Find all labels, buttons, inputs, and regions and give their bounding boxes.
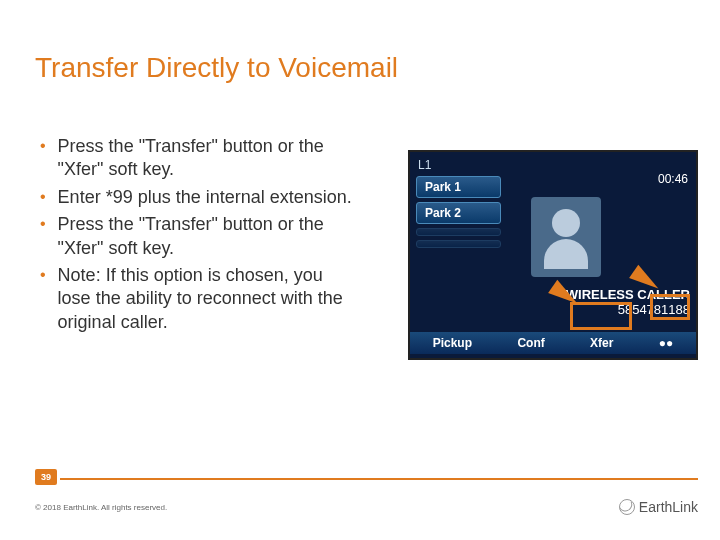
avatar-icon [531, 197, 601, 277]
bullet-list: • Press the "Transfer" button or the "Xf… [40, 135, 360, 338]
park-button-2: Park 2 [416, 202, 501, 224]
softkey-pickup: Pickup [433, 336, 472, 350]
park-button-empty [416, 228, 501, 236]
bullet-icon: • [40, 266, 46, 334]
page-title: Transfer Directly to Voicemail [35, 52, 398, 84]
logo-text: EarthLink [639, 499, 698, 515]
bullet-icon: • [40, 215, 46, 260]
list-item: • Note: If this option is chosen, you lo… [40, 264, 360, 334]
bullet-text: Press the "Transfer" button or the "Xfer… [58, 213, 360, 260]
bullet-text: Enter *99 plus the internal extension. [58, 186, 352, 209]
list-item: • Press the "Transfer" button or the "Xf… [40, 213, 360, 260]
page-number-badge: 39 [35, 469, 57, 485]
phone-screenshot: L1 Park 1 Park 2 00:46 WIRELESS CALLER 5… [408, 150, 698, 360]
park-button-1: Park 1 [416, 176, 501, 198]
phone-line-label: L1 [418, 158, 688, 172]
bullet-icon: • [40, 137, 46, 182]
softkey-more: ●● [659, 336, 674, 350]
copyright-text: © 2018 EarthLink. All rights reserved. [35, 503, 167, 512]
softkey-conf: Conf [517, 336, 544, 350]
bullet-text: Press the "Transfer" button or the "Xfer… [58, 135, 360, 182]
highlight-box [650, 294, 690, 320]
bullet-icon: • [40, 188, 46, 209]
softkey-bar: Pickup Conf Xfer ●● [410, 332, 696, 354]
park-button-empty [416, 240, 501, 248]
earthlink-logo-icon [619, 499, 635, 515]
list-item: • Enter *99 plus the internal extension. [40, 186, 360, 209]
highlight-box [570, 302, 632, 330]
list-item: • Press the "Transfer" button or the "Xf… [40, 135, 360, 182]
call-duration: 00:46 [658, 172, 688, 186]
divider [60, 478, 698, 480]
bullet-text: Note: If this option is chosen, you lose… [58, 264, 360, 334]
earthlink-logo: EarthLink [619, 499, 698, 515]
softkey-xfer: Xfer [590, 336, 613, 350]
